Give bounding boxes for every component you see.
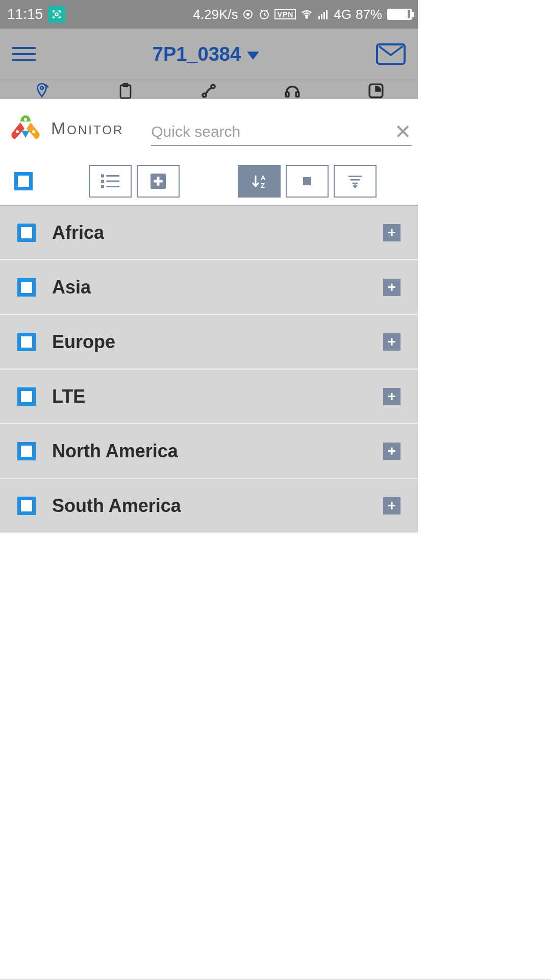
- status-right: 4.29K/s VPN 4G 87%: [193, 7, 412, 22]
- menu-icon[interactable]: [12, 47, 36, 61]
- tab-headset-icon[interactable]: [281, 82, 304, 99]
- list-item[interactable]: Europe +: [0, 315, 418, 370]
- filter-button[interactable]: [334, 165, 377, 198]
- row-checkbox[interactable]: [17, 278, 36, 297]
- select-all-checkbox[interactable]: [14, 172, 33, 190]
- svg-rect-28: [154, 180, 163, 183]
- monitor-logo-icon: [7, 115, 44, 142]
- wifi-icon: [300, 8, 313, 20]
- svg-rect-8: [326, 10, 328, 19]
- signal-icon: [317, 8, 330, 20]
- location-icon: [242, 8, 254, 20]
- tab-strip: [0, 80, 418, 99]
- svg-rect-5: [318, 16, 320, 19]
- row-label: Asia: [52, 277, 367, 298]
- tab-chart-icon[interactable]: [365, 82, 387, 99]
- expand-icon[interactable]: +: [383, 333, 400, 351]
- svg-point-4: [306, 17, 308, 18]
- svg-rect-15: [296, 92, 299, 97]
- list-item[interactable]: Africa +: [0, 206, 418, 260]
- device-selector[interactable]: 7P1_0384: [153, 43, 259, 65]
- status-bar: 11:15 4.29K/s VPN 4G 87%: [0, 0, 418, 29]
- svg-point-17: [24, 118, 27, 121]
- svg-rect-20: [101, 175, 104, 178]
- svg-point-12: [203, 93, 206, 97]
- battery-icon: [387, 9, 412, 20]
- svg-rect-6: [321, 14, 322, 19]
- row-label: Africa: [52, 222, 367, 243]
- svg-point-18: [16, 130, 19, 133]
- expand-icon[interactable]: +: [383, 224, 400, 241]
- svg-rect-7: [323, 12, 325, 19]
- svg-rect-0: [56, 13, 58, 16]
- svg-text:Z: Z: [261, 182, 265, 189]
- stop-button[interactable]: [286, 165, 329, 198]
- sort-az-button[interactable]: A Z: [238, 165, 281, 198]
- tab-clipboard-icon[interactable]: [114, 82, 137, 99]
- scan-icon: [48, 6, 65, 23]
- close-icon[interactable]: ✕: [394, 121, 412, 142]
- row-label: South America: [52, 495, 367, 517]
- svg-rect-22: [101, 180, 104, 183]
- network-text: 4G: [334, 7, 352, 22]
- expand-icon[interactable]: +: [383, 443, 400, 460]
- toolbar: A Z: [0, 158, 418, 205]
- alarm-icon: [258, 8, 270, 20]
- row-label: LTE: [52, 386, 367, 407]
- expand-icon[interactable]: +: [383, 279, 400, 296]
- search-field-wrap: ✕: [151, 121, 412, 146]
- row-checkbox[interactable]: [17, 333, 36, 351]
- tab-route-icon[interactable]: [197, 82, 220, 99]
- list-item[interactable]: South America +: [0, 479, 418, 533]
- svg-point-19: [32, 130, 35, 133]
- list-item[interactable]: LTE +: [0, 370, 418, 424]
- svg-point-2: [247, 13, 249, 15]
- region-list: Africa + Asia + Europe + LTE + North Ame…: [0, 205, 418, 533]
- svg-point-13: [211, 85, 215, 88]
- svg-point-9: [40, 87, 43, 90]
- add-button[interactable]: [137, 165, 180, 198]
- svg-rect-24: [101, 185, 104, 188]
- row-checkbox[interactable]: [17, 442, 36, 460]
- svg-rect-23: [107, 181, 120, 182]
- mail-icon[interactable]: [376, 43, 406, 65]
- svg-text:A: A: [261, 174, 266, 182]
- row-checkbox[interactable]: [17, 497, 36, 515]
- row-checkbox[interactable]: [17, 224, 36, 242]
- svg-rect-14: [286, 92, 289, 97]
- chevron-down-icon: [247, 52, 259, 60]
- status-left: 11:15: [7, 6, 65, 23]
- svg-rect-21: [107, 175, 120, 177]
- vpn-icon: VPN: [274, 9, 296, 19]
- clock-text: 11:15: [7, 6, 43, 22]
- expand-icon[interactable]: +: [383, 388, 400, 405]
- row-checkbox[interactable]: [17, 387, 36, 406]
- svg-rect-31: [303, 177, 311, 185]
- row-label: Europe: [52, 331, 367, 353]
- monitor-overlay: Monitor ✕ A Z: [0, 99, 418, 533]
- svg-rect-25: [107, 186, 120, 187]
- device-title: 7P1_0384: [153, 43, 241, 65]
- app-header: 7P1_0384: [0, 29, 418, 80]
- panel-header: Monitor ✕: [0, 99, 418, 158]
- list-view-button[interactable]: [89, 165, 132, 198]
- search-input[interactable]: [151, 123, 387, 140]
- row-label: North America: [52, 440, 367, 462]
- tab-location-icon[interactable]: [31, 82, 53, 99]
- battery-text: 87%: [356, 7, 382, 22]
- list-item[interactable]: Asia +: [0, 260, 418, 315]
- expand-icon[interactable]: +: [383, 497, 400, 514]
- list-item[interactable]: North America +: [0, 424, 418, 479]
- speed-text: 4.29K/s: [193, 7, 238, 22]
- brand-text: Monitor: [51, 118, 123, 138]
